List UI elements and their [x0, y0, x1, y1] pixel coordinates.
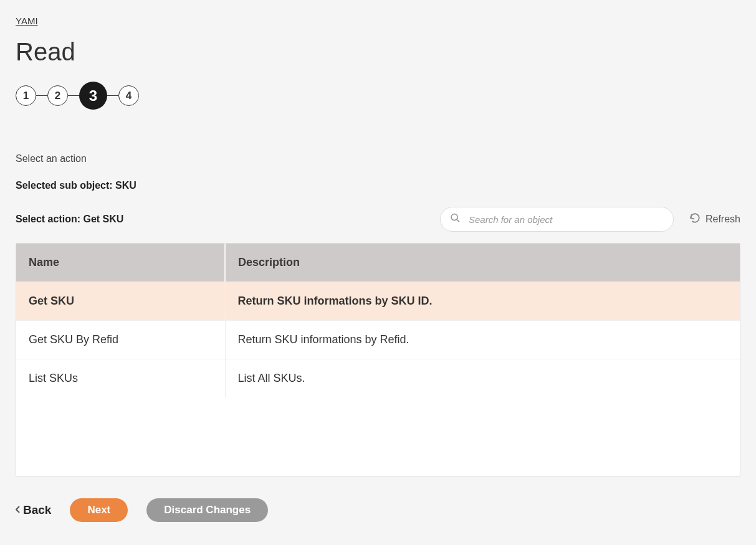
next-button[interactable]: Next	[70, 498, 128, 522]
step-2[interactable]: 2	[47, 85, 68, 106]
table-cell-name: List SKUs	[16, 359, 225, 398]
table-cell-description: Return SKU informations by Refid.	[225, 321, 740, 359]
refresh-button[interactable]: Refresh	[689, 212, 740, 226]
chevron-left-icon	[16, 505, 21, 515]
step-1[interactable]: 1	[16, 85, 36, 106]
table-cell-description: Return SKU informations by SKU ID.	[225, 282, 740, 321]
refresh-icon	[689, 212, 701, 226]
actions-table-container: Name Description Get SKU Return SKU info…	[16, 243, 740, 476]
back-label: Back	[23, 503, 51, 517]
table-row[interactable]: Get SKU Return SKU informations by SKU I…	[16, 282, 740, 321]
back-button[interactable]: Back	[16, 503, 51, 517]
controls-row: Select action: Get SKU Refresh	[16, 207, 740, 232]
table-row[interactable]: Get SKU By Refid Return SKU informations…	[16, 321, 740, 359]
controls-right: Refresh	[440, 207, 740, 232]
page-title: Read	[16, 38, 740, 66]
select-action-label: Select action: Get SKU	[16, 214, 123, 225]
step-3[interactable]: 3	[79, 82, 107, 110]
instruction-select-action: Select an action	[16, 153, 740, 164]
svg-point-0	[451, 214, 457, 220]
step-connector	[36, 95, 47, 97]
search-input[interactable]	[440, 207, 674, 232]
discard-changes-button[interactable]: Discard Changes	[146, 498, 268, 522]
svg-line-1	[457, 219, 459, 222]
table-row[interactable]: List SKUs List All SKUs.	[16, 359, 740, 398]
step-connector	[107, 95, 118, 97]
footer-buttons: Back Next Discard Changes	[16, 498, 740, 522]
table-header-description: Description	[225, 244, 740, 282]
table-cell-name: Get SKU By Refid	[16, 321, 225, 359]
table-cell-name: Get SKU	[16, 282, 225, 321]
table-header-name: Name	[16, 244, 225, 282]
actions-table: Name Description Get SKU Return SKU info…	[16, 244, 740, 397]
breadcrumb-link[interactable]: YAMI	[16, 16, 38, 26]
table-cell-description: List All SKUs.	[225, 359, 740, 398]
step-4[interactable]: 4	[118, 85, 139, 106]
refresh-label: Refresh	[706, 214, 740, 225]
stepper: 1 2 3 4	[16, 82, 740, 110]
selected-sub-object-label: Selected sub object: SKU	[16, 180, 740, 191]
step-connector	[68, 95, 79, 97]
search-icon	[450, 213, 461, 226]
search-wrapper	[440, 207, 674, 232]
